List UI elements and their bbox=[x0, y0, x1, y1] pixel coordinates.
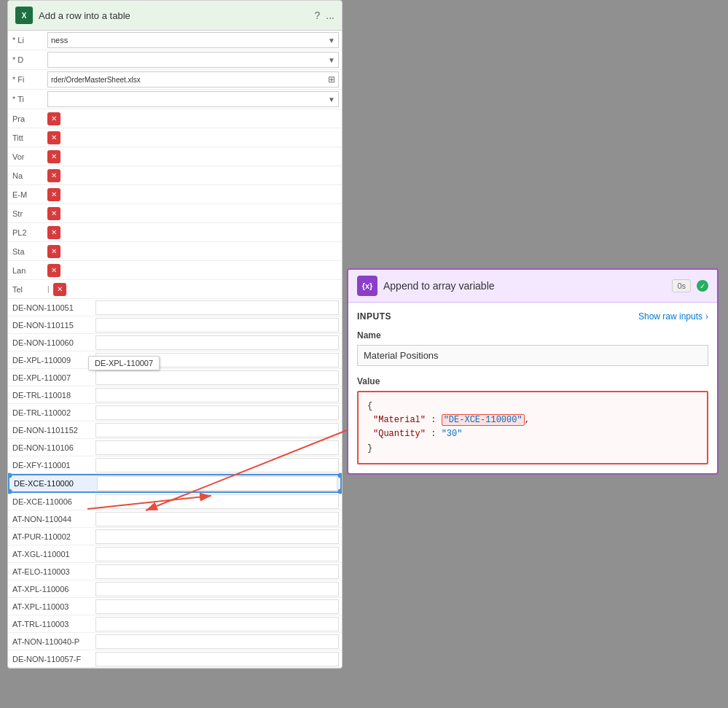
field-vor: ✕ bbox=[44, 149, 342, 165]
field-ti: ▼ bbox=[44, 90, 342, 109]
row-input[interactable] bbox=[95, 547, 339, 561]
list-item: DE-XPL-110007 DE-XPL-110007 bbox=[8, 369, 342, 386]
row-input[interactable] bbox=[95, 318, 339, 332]
row-input[interactable] bbox=[95, 529, 339, 544]
row-id: DE-TRL-110018 bbox=[8, 389, 95, 401]
list-item: AT-NON-110040-P bbox=[8, 633, 342, 650]
chevron-down-icon: ▼ bbox=[328, 36, 335, 44]
x-badge-em[interactable]: ✕ bbox=[47, 188, 60, 201]
file-field[interactable]: rder/OrderMasterSheet.xlsx ⊞ bbox=[47, 71, 339, 87]
value-brace-open: { bbox=[367, 400, 698, 413]
row-input[interactable] bbox=[95, 458, 339, 472]
row-input[interactable] bbox=[95, 440, 339, 455]
form-row-titt: Titt ✕ bbox=[8, 128, 342, 147]
value-material-row: "Material" : "DE-XCE-110000", bbox=[367, 413, 698, 427]
field-str: ✕ bbox=[44, 206, 342, 222]
form-row-na: Na ✕ bbox=[8, 166, 342, 185]
x-badge-pra[interactable]: ✕ bbox=[47, 112, 60, 125]
row-input[interactable] bbox=[95, 405, 339, 420]
field-label-tel: Tel bbox=[8, 283, 44, 296]
row-id-highlighted: DE-XCE-110000 bbox=[9, 478, 97, 489]
row-id: DE-TRL-110002 bbox=[8, 407, 95, 419]
row-id: DE-XPL-110007 bbox=[8, 372, 95, 384]
row-id: DE-XCE-110006 bbox=[8, 496, 95, 507]
list-item: DE-XPL-110009 bbox=[8, 351, 342, 369]
select-li[interactable]: ness ▼ bbox=[47, 32, 339, 48]
handle-dot-tr[interactable] bbox=[338, 473, 343, 478]
name-value-display: Material Positions bbox=[357, 345, 708, 366]
list-item: AT-ELO-110003 bbox=[8, 563, 342, 580]
row-input[interactable] bbox=[95, 370, 339, 385]
list-item: DE-NON-110051 bbox=[8, 299, 342, 316]
row-input[interactable] bbox=[95, 335, 339, 350]
row-input[interactable] bbox=[95, 494, 339, 509]
row-id: DE-XPL-110009 bbox=[8, 354, 95, 366]
value-content-box: { "Material" : "DE-XCE-110000", "Quantit… bbox=[357, 391, 708, 464]
value-section-title: Value bbox=[357, 376, 708, 386]
form-row-pl2: PL2 ✕ bbox=[8, 223, 342, 242]
x-badge-tel[interactable]: ✕ bbox=[53, 283, 66, 296]
show-raw-inputs-button[interactable]: Show raw inputs › bbox=[638, 311, 708, 322]
array-variable-icon: {x} bbox=[357, 276, 377, 296]
x-badge-vor[interactable]: ✕ bbox=[47, 150, 60, 163]
field-em: ✕ bbox=[44, 187, 342, 203]
row-input[interactable] bbox=[95, 423, 339, 437]
x-badge-pl2[interactable]: ✕ bbox=[47, 226, 60, 239]
array-card-title: Append to array variable bbox=[383, 280, 666, 292]
data-rows-area: DE-NON-110051 DE-NON-110115 DE-NON-11006… bbox=[8, 299, 342, 668]
help-icon[interactable]: ? bbox=[315, 9, 321, 21]
row-input[interactable] bbox=[95, 564, 339, 579]
array-card-body: INPUTS Show raw inputs › Name Material P… bbox=[348, 303, 717, 473]
row-id: AT-TRL-110003 bbox=[8, 618, 95, 630]
row-id: DE-NON-110051 bbox=[8, 302, 95, 314]
row-id: DE-NON-110106 bbox=[8, 442, 95, 454]
x-badge-titt[interactable]: ✕ bbox=[47, 131, 60, 144]
x-badge-str[interactable]: ✕ bbox=[47, 207, 60, 220]
form-row-str: Str ✕ bbox=[8, 204, 342, 223]
row-input[interactable] bbox=[95, 634, 339, 649]
row-id: DE-NON-110057-F bbox=[8, 653, 95, 665]
row-input[interactable] bbox=[95, 617, 339, 631]
row-input[interactable] bbox=[95, 652, 339, 666]
row-id: AT-PUR-110002 bbox=[8, 531, 95, 542]
row-input[interactable] bbox=[95, 599, 339, 614]
list-item: DE-XCE-110006 bbox=[8, 493, 342, 510]
row-input[interactable] bbox=[95, 300, 339, 315]
list-item: DE-TRL-110002 bbox=[8, 404, 342, 421]
quantity-key: "Quantity" bbox=[373, 429, 426, 439]
row-input[interactable] bbox=[95, 582, 339, 596]
chevron-down-icon-ti: ▼ bbox=[328, 96, 335, 104]
form-row-pra: Pra ✕ bbox=[8, 109, 342, 128]
form-row-fi: * Fi rder/OrderMasterSheet.xlsx ⊞ bbox=[8, 70, 342, 90]
chevron-right-icon: › bbox=[705, 311, 708, 322]
field-sta: ✕ bbox=[44, 244, 342, 260]
row-id: DE-NON-1101152 bbox=[8, 424, 95, 436]
x-badge-na[interactable]: ✕ bbox=[47, 169, 60, 182]
x-badge-lan[interactable]: ✕ bbox=[47, 264, 60, 277]
list-item: AT-XPL-110006 bbox=[8, 580, 342, 598]
row-id: AT-XGL-110001 bbox=[8, 548, 95, 560]
list-item: DE-NON-110060 bbox=[8, 334, 342, 351]
field-label-pl2: PL2 bbox=[8, 226, 44, 239]
field-label-fi: * Fi bbox=[8, 73, 44, 86]
excel-icon: X bbox=[15, 7, 33, 24]
select-ti[interactable]: ▼ bbox=[47, 91, 339, 107]
field-fi: rder/OrderMasterSheet.xlsx ⊞ bbox=[44, 70, 342, 89]
more-icon[interactable]: ... bbox=[326, 9, 334, 21]
field-titt: ✕ bbox=[44, 130, 342, 146]
list-item: DE-TRL-110018 bbox=[8, 386, 342, 404]
field-label-sta: Sta bbox=[8, 245, 44, 258]
handle-dot-br[interactable] bbox=[338, 489, 343, 494]
row-input-highlighted[interactable] bbox=[97, 476, 337, 491]
quantity-value: "30" bbox=[442, 429, 463, 439]
material-key: "Material" bbox=[373, 415, 426, 425]
form-row-em: E-M ✕ bbox=[8, 185, 342, 204]
list-item: AT-XPL-110003 bbox=[8, 598, 342, 615]
select-d[interactable]: ▼ bbox=[47, 52, 339, 68]
field-tel: | ✕ bbox=[44, 281, 342, 297]
x-badge-sta[interactable]: ✕ bbox=[47, 245, 60, 258]
row-input[interactable] bbox=[95, 388, 339, 402]
row-input[interactable] bbox=[95, 512, 339, 526]
list-item: AT-NON-110044 bbox=[8, 510, 342, 528]
form-row-vor: Vor ✕ bbox=[8, 147, 342, 166]
